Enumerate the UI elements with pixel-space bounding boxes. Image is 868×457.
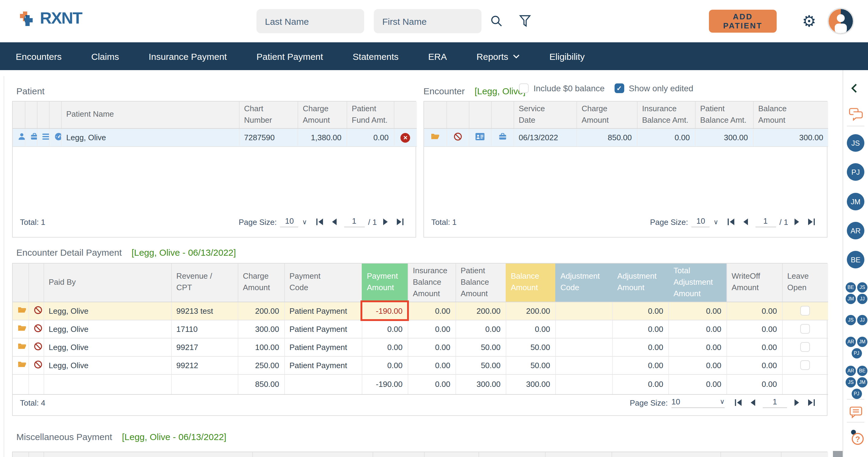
- user-avatar-small[interactable]: BE: [857, 366, 867, 376]
- nav-era[interactable]: ERA: [428, 51, 447, 61]
- user-avatar-small[interactable]: JJ: [857, 315, 867, 325]
- next-page-button[interactable]: [794, 399, 801, 406]
- insurance-balance-cell: 0.00: [408, 356, 456, 374]
- first-page-button[interactable]: [727, 218, 735, 226]
- next-page-button[interactable]: [382, 218, 390, 226]
- nav-statements[interactable]: Statements: [353, 51, 399, 61]
- page-size-select[interactable]: 10: [280, 217, 299, 227]
- scrollbar-thumb[interactable]: [833, 451, 844, 457]
- first-name-input[interactable]: [374, 9, 482, 33]
- open-folder-icon[interactable]: [13, 320, 28, 338]
- chat-bubbles-icon[interactable]: [849, 108, 863, 123]
- collapse-panel-chevron-left-icon[interactable]: [851, 84, 857, 96]
- user-avatar-small[interactable]: BE: [846, 282, 856, 293]
- user-avatar-ar[interactable]: AR: [847, 222, 864, 239]
- first-page-button[interactable]: [734, 399, 743, 406]
- user-avatar-small[interactable]: JS: [846, 315, 856, 325]
- user-avatar-jm[interactable]: JM: [847, 193, 864, 210]
- user-avatar-small[interactable]: JM: [846, 294, 856, 304]
- detail-row[interactable]: Legg, Olive 99217 100.00 Patient Payment…: [13, 338, 828, 356]
- user-avatar-small[interactable]: AR: [846, 366, 856, 376]
- col-revenue-cpt: Revenue / CPT: [171, 264, 238, 302]
- search-icon[interactable]: [490, 14, 503, 30]
- gear-icon[interactable]: ⚙: [802, 11, 816, 31]
- page-number-input[interactable]: 1: [763, 397, 787, 408]
- prohibit-icon[interactable]: [28, 338, 43, 356]
- leave-open-checkbox[interactable]: [801, 306, 810, 316]
- dashboard-icon[interactable]: [49, 128, 61, 146]
- prev-page-button[interactable]: [741, 218, 748, 226]
- open-folder-icon[interactable]: [424, 128, 446, 146]
- last-page-button[interactable]: [396, 218, 404, 226]
- prev-page-button[interactable]: [330, 218, 337, 226]
- leave-open-checkbox[interactable]: [801, 342, 810, 352]
- detail-row[interactable]: Legg, Olive 99213 test 200.00 Patient Pa…: [13, 302, 828, 320]
- user-avatar-small[interactable]: JJ: [857, 294, 867, 304]
- leave-open-checkbox[interactable]: [801, 324, 810, 334]
- user-avatar-small[interactable]: PJ: [851, 389, 862, 399]
- payment-amount-cell-flagged[interactable]: -190.00: [362, 302, 408, 320]
- show-only-edited-checkbox[interactable]: [614, 84, 624, 93]
- user-avatar-js[interactable]: JS: [847, 134, 864, 152]
- total-adjustment-cell: 0.00: [669, 320, 726, 338]
- open-folder-icon[interactable]: [13, 302, 28, 320]
- page-size-select[interactable]: 10 ∨: [672, 397, 725, 408]
- page-number-input[interactable]: 1: [755, 217, 776, 227]
- first-page-button[interactable]: [315, 218, 324, 226]
- nav-patient-payment[interactable]: Patient Payment: [256, 51, 323, 61]
- chevron-down-icon: ∨: [713, 218, 718, 226]
- patient-icon[interactable]: [13, 128, 25, 146]
- user-avatar-small[interactable]: JM: [857, 377, 867, 388]
- misc-table: Paid By Miscellaneous Charge Charge Paym…: [13, 452, 828, 457]
- user-avatar-small[interactable]: JS: [846, 377, 856, 388]
- rxnt-logo[interactable]: RXNT: [18, 9, 82, 28]
- user-avatar[interactable]: [828, 8, 854, 34]
- prohibit-icon[interactable]: [28, 356, 43, 374]
- delete-patient-icon[interactable]: ✕: [401, 133, 410, 142]
- include-zero-balance-checkbox[interactable]: [519, 84, 529, 93]
- nav-insurance-payment[interactable]: Insurance Payment: [149, 51, 227, 61]
- prev-page-button[interactable]: [749, 399, 756, 406]
- user-avatar-small[interactable]: PJ: [851, 348, 862, 358]
- page-size-value: 10: [672, 397, 680, 406]
- leave-open-checkbox[interactable]: [801, 361, 810, 370]
- nav-eligibility[interactable]: Eligibility: [550, 51, 585, 61]
- user-avatar-small[interactable]: JS: [857, 282, 867, 293]
- help-question-icon[interactable]: ?: [849, 429, 865, 449]
- nav-reports[interactable]: Reports: [477, 51, 520, 61]
- patient-row[interactable]: Legg, Olive 7287590 1,380.00 0.00 ✕: [13, 128, 417, 146]
- prohibit-icon[interactable]: [446, 128, 469, 146]
- insurance-balance-cell: 0.00: [637, 128, 695, 146]
- balance-amount-cell: 200.00: [506, 302, 555, 320]
- contact-card-icon[interactable]: [469, 128, 491, 146]
- page-size-label: Page Size:: [239, 217, 277, 226]
- user-avatar-small[interactable]: JM: [857, 337, 867, 347]
- add-patient-button[interactable]: ADD PATIENT: [709, 10, 777, 33]
- page-number-input[interactable]: 1: [344, 217, 365, 227]
- last-page-button[interactable]: [807, 399, 815, 406]
- chat-message-icon[interactable]: [849, 406, 863, 421]
- prohibit-icon[interactable]: [28, 320, 43, 338]
- open-folder-icon[interactable]: [13, 356, 28, 374]
- filter-icon[interactable]: [519, 14, 531, 30]
- patient-balance-cell: 50.00: [456, 356, 506, 374]
- nav-encounters[interactable]: Encounters: [16, 51, 62, 61]
- briefcase-icon[interactable]: [491, 128, 514, 146]
- user-avatar-pj[interactable]: PJ: [847, 163, 864, 181]
- detail-row[interactable]: Legg, Olive 17110 300.00 Patient Payment…: [13, 320, 828, 338]
- encounter-row[interactable]: 06/13/2022 850.00 0.00 300.00 300.00: [424, 128, 828, 146]
- nav-claims[interactable]: Claims: [91, 51, 119, 61]
- total-writeoff: 0.00: [726, 374, 782, 394]
- prohibit-icon[interactable]: [28, 302, 43, 320]
- briefcase-icon[interactable]: [25, 128, 37, 146]
- open-folder-icon[interactable]: [13, 338, 28, 356]
- list-icon[interactable]: [37, 128, 49, 146]
- user-avatar-small[interactable]: AR: [846, 337, 856, 347]
- last-page-button[interactable]: [807, 218, 815, 226]
- page-size-select[interactable]: 10: [692, 217, 710, 227]
- next-page-button[interactable]: [794, 218, 801, 226]
- detail-row[interactable]: Legg, Olive 99212 250.00 Patient Payment…: [13, 356, 828, 374]
- last-name-input[interactable]: [256, 9, 364, 33]
- user-avatar-be[interactable]: BE: [847, 251, 864, 268]
- total-charge: 850.00: [238, 374, 284, 394]
